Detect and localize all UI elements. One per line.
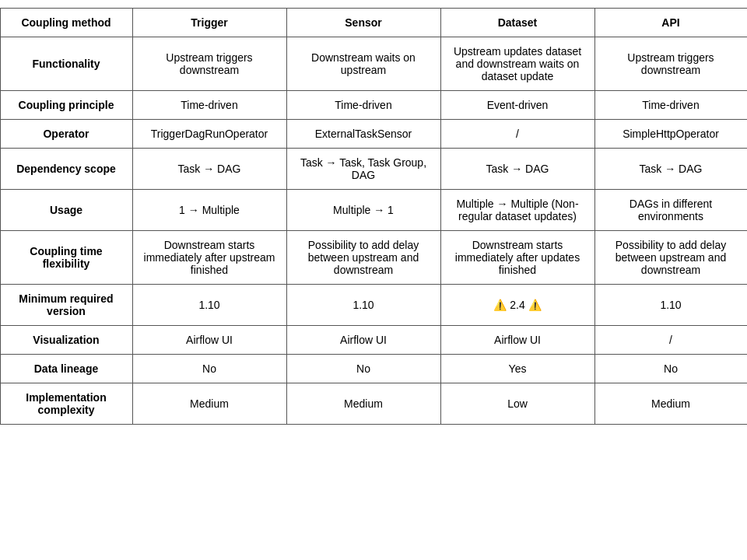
cell-1-0: Time-driven [132,91,286,120]
cell-0-0: Upstream triggers downstream [132,37,286,91]
col-header-api: API [594,9,747,37]
row-label-9: Implementation complexity [0,383,132,425]
row-label-5: Coupling time flexibility [0,231,132,285]
table-row: Implementation complexityMediumMediumLow… [0,383,747,425]
cell-9-2: Low [440,383,594,425]
cell-8-2: Yes [440,355,594,383]
row-label-8: Data lineage [0,355,132,383]
cell-6-3: 1.10 [594,285,747,326]
cell-2-3: SimpleHttpOperator [594,120,747,149]
cell-9-0: Medium [132,383,286,425]
table-row: Usage1 → MultipleMultiple → 1Multiple → … [0,190,747,231]
cell-7-3: / [594,326,747,355]
cell-6-2: ⚠️ 2.4 ⚠️ [440,285,594,326]
row-label-0: Functionality [0,37,132,91]
cell-7-2: Airflow UI [440,326,594,355]
col-header-method: Coupling method [0,9,132,37]
cell-6-1: 1.10 [286,285,440,326]
row-label-7: Visualization [0,326,132,355]
cell-9-1: Medium [286,383,440,425]
cell-0-3: Upstream triggers downstream [594,37,747,91]
row-label-3: Dependency scope [0,149,132,190]
col-header-trigger: Trigger [132,9,286,37]
row-label-1: Coupling principle [0,91,132,120]
cell-2-1: ExternalTaskSensor [286,120,440,149]
row-label-4: Usage [0,190,132,231]
comparison-table: Coupling method Trigger Sensor Dataset A… [0,8,747,425]
cell-8-0: No [132,355,286,383]
cell-1-1: Time-driven [286,91,440,120]
cell-3-0: Task → DAG [132,149,286,190]
table-row: Coupling time flexibilityDownstream star… [0,231,747,285]
cell-3-1: Task → Task, Task Group, DAG [286,149,440,190]
row-label-2: Operator [0,120,132,149]
cell-4-2: Multiple → Multiple (Non-regular dataset… [440,190,594,231]
table-row: FunctionalityUpstream triggers downstrea… [0,37,747,91]
table-row: VisualizationAirflow UIAirflow UIAirflow… [0,326,747,355]
cell-7-1: Airflow UI [286,326,440,355]
col-header-dataset: Dataset [440,9,594,37]
table-row: OperatorTriggerDagRunOperatorExternalTas… [0,120,747,149]
cell-5-1: Possibility to add delay between upstrea… [286,231,440,285]
table-row: Data lineageNoNoYesNo [0,355,747,383]
cell-5-3: Possibility to add delay between upstrea… [594,231,747,285]
cell-3-3: Task → DAG [594,149,747,190]
table-row: Coupling principleTime-drivenTime-driven… [0,91,747,120]
cell-0-1: Downstream waits on upstream [286,37,440,91]
cell-2-0: TriggerDagRunOperator [132,120,286,149]
cell-3-2: Task → DAG [440,149,594,190]
table-row: Dependency scopeTask → DAGTask → Task, T… [0,149,747,190]
col-header-sensor: Sensor [286,9,440,37]
cell-7-0: Airflow UI [132,326,286,355]
cell-5-2: Downstream starts immediately after upda… [440,231,594,285]
cell-4-0: 1 → Multiple [132,190,286,231]
cell-0-2: Upstream updates dataset and downstream … [440,37,594,91]
cell-6-0: 1.10 [132,285,286,326]
cell-1-2: Event-driven [440,91,594,120]
cell-8-3: No [594,355,747,383]
cell-4-1: Multiple → 1 [286,190,440,231]
cell-1-3: Time-driven [594,91,747,120]
table-row: Minimum required version1.101.10⚠️ 2.4 ⚠… [0,285,747,326]
cell-8-1: No [286,355,440,383]
row-label-6: Minimum required version [0,285,132,326]
cell-2-2: / [440,120,594,149]
cell-4-3: DAGs in different environments [594,190,747,231]
cell-9-3: Medium [594,383,747,425]
cell-5-0: Downstream starts immediately after upst… [132,231,286,285]
